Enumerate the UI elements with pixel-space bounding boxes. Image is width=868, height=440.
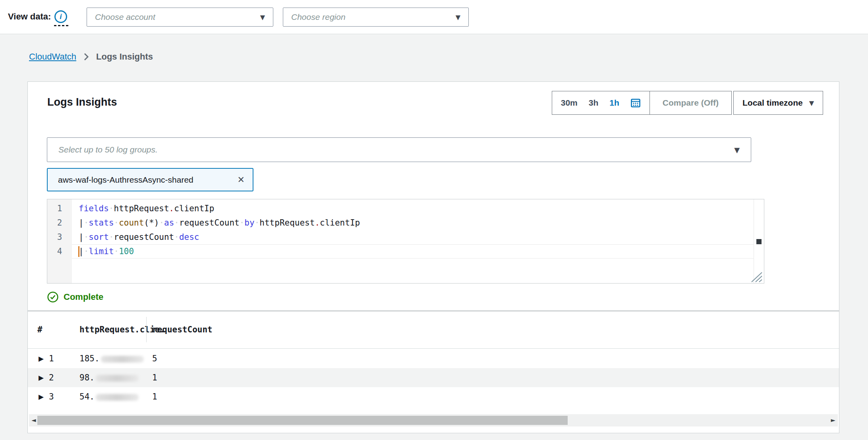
code-token: desc xyxy=(179,232,199,242)
time-range-3h[interactable]: 3h xyxy=(589,98,599,108)
time-range-1h[interactable]: 1h xyxy=(609,98,619,108)
code-token: requestCount xyxy=(114,232,174,242)
region-placeholder: Choose region xyxy=(291,12,346,22)
breadcrumb: CloudWatch Logs Insights xyxy=(29,52,153,62)
code-token: · xyxy=(240,218,245,228)
redacted-ip xyxy=(96,394,139,401)
code-token: clientIp xyxy=(320,218,360,228)
time-range-30m[interactable]: 30m xyxy=(561,98,578,108)
request-count-cell: 5 xyxy=(152,349,157,368)
code-token: · xyxy=(255,218,260,228)
time-range-group: 30m3h1h xyxy=(552,91,650,115)
code-token: · xyxy=(109,204,114,213)
code-line-3[interactable]: |·sort·requestCount·desc xyxy=(72,230,754,244)
logs-insights-panel: Logs Insights 30m3h1h Compare (Off) Loca… xyxy=(27,81,839,433)
time-range-labels: 30m3h1h xyxy=(561,98,619,108)
query-editor[interactable]: 1234 fields·httpRequest.clientIp|·stats·… xyxy=(47,199,764,284)
code-line-2[interactable]: |·stats·count(*)·as·requestCount·by·http… xyxy=(72,216,754,230)
breadcrumb-cloudwatch-link[interactable]: CloudWatch xyxy=(29,52,76,62)
table-row[interactable]: ▶1185.5 xyxy=(28,349,839,368)
code-token: count xyxy=(119,218,144,228)
breadcrumb-current: Logs Insights xyxy=(96,52,153,62)
code-token: · xyxy=(174,232,179,242)
code-token: limit xyxy=(89,247,114,256)
client-ip-cell: 185. xyxy=(79,349,144,368)
top-bar: View data: i Choose account ▼ Choose reg… xyxy=(0,0,868,34)
compare-button[interactable]: Compare (Off) xyxy=(650,91,732,115)
code-token: * xyxy=(149,218,154,228)
code-token: . xyxy=(169,204,174,213)
code-token: | xyxy=(79,232,84,242)
row-number: 1 xyxy=(49,349,54,368)
code-token: requestCount xyxy=(179,218,240,228)
code-token: stats xyxy=(89,218,114,228)
row-number: 3 xyxy=(49,387,54,406)
page: View data: i Choose account ▼ Choose reg… xyxy=(0,0,868,440)
editor-code-area[interactable]: fields·httpRequest.clientIp|·stats·count… xyxy=(72,199,754,283)
row-number: 2 xyxy=(49,368,54,387)
chevron-down-icon: ▼ xyxy=(456,14,460,21)
log-group-chip-label: aws-waf-logs-AuthressAsync-shared xyxy=(58,175,193,185)
text-cursor xyxy=(78,246,79,257)
info-icon[interactable]: i xyxy=(54,10,67,23)
account-placeholder: Choose account xyxy=(95,12,155,22)
client-ip-cell: 54. xyxy=(79,387,139,406)
client-ip-cell: 98. xyxy=(79,368,139,387)
check-circle-icon xyxy=(47,291,59,303)
info-icon-underline xyxy=(54,25,68,26)
expand-row-icon[interactable]: ▶ xyxy=(39,368,44,387)
time-controls: 30m3h1h Compare (Off) Local timezone ▼ xyxy=(552,91,823,115)
breadcrumb-chevron-icon xyxy=(83,52,89,61)
log-group-select[interactable]: Select up to 50 log groups. ▼ xyxy=(47,137,751,162)
code-token: ( xyxy=(144,218,149,228)
code-token: sort xyxy=(89,232,109,242)
column-header-requestcount: requestCount xyxy=(152,325,213,334)
horizontal-scrollbar[interactable]: ◄ ► xyxy=(29,414,838,426)
expand-row-icon[interactable]: ▶ xyxy=(39,349,44,368)
code-token: · xyxy=(109,232,114,242)
redacted-ip xyxy=(96,375,139,382)
region-select[interactable]: Choose region ▼ xyxy=(283,8,469,27)
code-line-1[interactable]: fields·httpRequest.clientIp xyxy=(72,201,754,216)
request-count-cell: 1 xyxy=(152,368,157,387)
selected-log-group-chip[interactable]: aws-waf-logs-AuthressAsync-shared ✕ xyxy=(47,168,253,191)
chevron-down-icon: ▼ xyxy=(809,99,814,107)
code-token: · xyxy=(84,232,89,242)
table-row[interactable]: ▶298.1 xyxy=(28,368,839,387)
code-token: · xyxy=(114,247,119,256)
column-header-index: # xyxy=(37,325,43,334)
editor-gutter: 1234 xyxy=(47,199,72,283)
scrollbar-thumb[interactable] xyxy=(37,416,568,425)
code-token: clientIp xyxy=(174,204,214,213)
column-divider[interactable] xyxy=(146,317,147,342)
timezone-select[interactable]: Local timezone ▼ xyxy=(733,91,823,115)
status-label: Complete xyxy=(64,292,103,302)
log-group-placeholder: Select up to 50 log groups. xyxy=(58,145,158,154)
code-token: as xyxy=(164,218,174,228)
code-token: · xyxy=(114,218,119,228)
code-token: by xyxy=(244,218,254,228)
account-select[interactable]: Choose account ▼ xyxy=(87,8,273,27)
code-token: . xyxy=(315,218,320,228)
calendar-icon[interactable] xyxy=(630,98,641,108)
code-line-4[interactable]: |·limit·100 xyxy=(72,244,754,259)
code-token: httpRequest xyxy=(259,218,315,228)
line-number: 3 xyxy=(47,230,72,244)
compare-label: Compare (Off) xyxy=(663,98,719,108)
scroll-right-icon[interactable]: ► xyxy=(831,414,835,426)
table-row[interactable]: ▶354.1 xyxy=(28,387,839,406)
redacted-ip xyxy=(101,356,144,363)
query-status: Complete xyxy=(47,291,103,303)
code-token: · xyxy=(159,218,164,228)
expand-row-icon[interactable]: ▶ xyxy=(39,387,44,406)
timezone-label: Local timezone xyxy=(742,98,803,108)
code-token: ) xyxy=(154,218,159,228)
resize-handle-icon[interactable] xyxy=(747,268,764,283)
line-number: 4 xyxy=(47,244,72,259)
scroll-left-icon[interactable]: ◄ xyxy=(31,414,36,426)
results-table: # httpRequest.clie… requestCount ▶1185.5… xyxy=(28,311,839,433)
code-token: fields xyxy=(79,204,109,213)
scrollbar-thumb[interactable] xyxy=(756,239,762,244)
code-token: 100 xyxy=(119,247,134,256)
close-icon[interactable]: ✕ xyxy=(238,175,245,185)
